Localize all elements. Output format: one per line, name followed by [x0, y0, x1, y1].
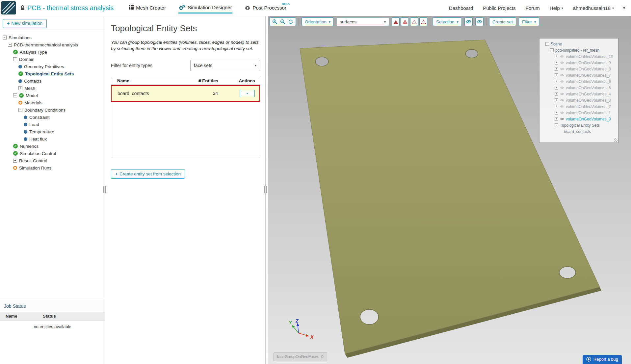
expand-icon[interactable]: +: [555, 80, 558, 83]
visibility-eye-icon[interactable]: [560, 117, 564, 120]
scene-item-volumeongeovolumes-8[interactable]: +volumeOnGeoVolumes_8: [541, 66, 616, 72]
row-actions-dropdown[interactable]: ▾: [240, 90, 255, 97]
collapse-icon[interactable]: −: [3, 36, 7, 39]
scene-item-volumeongeovolumes-1[interactable]: +volumeOnGeoVolumes_1: [541, 110, 616, 116]
visibility-eye-icon[interactable]: [560, 86, 564, 89]
mesh-solid-mode-icon[interactable]: [392, 17, 400, 26]
zoom-in-icon[interactable]: [272, 19, 277, 24]
simscale-logo[interactable]: [1, 1, 16, 14]
nav-help-dropdown[interactable]: Help▾: [550, 5, 563, 11]
scene-node[interactable]: − Scene: [541, 41, 616, 47]
visibility-eye-icon[interactable]: [560, 67, 564, 70]
tab-simulation-designer[interactable]: Simulation Designer: [178, 3, 232, 13]
mesh-surface-mode-icon[interactable]: [401, 17, 409, 26]
show-selection-icon[interactable]: [475, 17, 484, 26]
nav-public-projects[interactable]: Public Projects: [483, 5, 515, 11]
visibility-eye-icon[interactable]: [560, 74, 564, 77]
scene-set-item[interactable]: board_contacts: [541, 128, 616, 135]
expand-icon[interactable]: +: [18, 86, 22, 90]
expand-icon[interactable]: +: [555, 73, 558, 77]
tree-item-analysis-type[interactable]: ✓Analysis Type: [0, 48, 105, 56]
tree-item-domain[interactable]: −Domain: [0, 56, 105, 63]
tab-mesh-creator[interactable]: Mesh Creator: [128, 3, 167, 13]
collapse-icon[interactable]: −: [8, 43, 12, 47]
expand-icon[interactable]: +: [555, 67, 558, 71]
tab-post-processor[interactable]: Post-Processor BETA: [244, 3, 287, 13]
expand-icon[interactable]: +: [13, 159, 17, 163]
expand-icon[interactable]: +: [555, 111, 558, 115]
entity-type-select[interactable]: face sets ▾: [190, 60, 260, 71]
tree-item-load[interactable]: Load: [0, 121, 105, 128]
new-simulation-button[interactable]: + New simulation: [3, 19, 47, 28]
mesh-points-mode-icon[interactable]: [419, 17, 427, 26]
visibility-eye-icon[interactable]: [560, 105, 564, 108]
scene-item-volumeongeovolumes-0[interactable]: +volumeOnGeoVolumes_0: [541, 116, 616, 122]
nav-forum[interactable]: Forum: [525, 5, 539, 11]
visibility-eye-icon[interactable]: [560, 55, 564, 58]
sidebar-resize-handle[interactable]: [103, 186, 106, 193]
expand-icon[interactable]: +: [555, 86, 558, 90]
scene-item-volumeongeovolumes-9[interactable]: +volumeOnGeoVolumes_9: [541, 60, 616, 66]
collapse-icon[interactable]: −: [13, 93, 17, 97]
create-entity-set-button[interactable]: + Create entity set from selection: [111, 169, 185, 179]
expand-icon[interactable]: +: [555, 61, 558, 65]
mesh-node[interactable]: − pcb-simplified - ref_mesh: [541, 47, 616, 53]
tree-item-boundary-conditions[interactable]: −Boundary Conditions: [0, 106, 105, 114]
zoom-out-icon[interactable]: [280, 19, 285, 24]
expand-icon[interactable]: +: [555, 92, 558, 96]
expand-icon[interactable]: +: [555, 117, 558, 121]
scene-item-volumeongeovolumes-2[interactable]: +volumeOnGeoVolumes_2: [541, 103, 616, 110]
tree-item-heat-flux[interactable]: Heat flux: [0, 135, 105, 143]
collapse-icon[interactable]: −: [13, 57, 17, 61]
scene-item-volumeongeovolumes-4[interactable]: +volumeOnGeoVolumes_4: [541, 91, 616, 97]
tree-item-numerics[interactable]: ✓Numerics: [0, 143, 105, 150]
collapse-icon[interactable]: −: [545, 42, 549, 46]
tree-item-simulation-runs[interactable]: Simulation Runs: [0, 164, 105, 171]
tree-item-materials[interactable]: Materials: [0, 99, 105, 106]
scene-item-volumeongeovolumes-3[interactable]: +volumeOnGeoVolumes_3: [541, 97, 616, 103]
visibility-eye-icon[interactable]: [560, 99, 564, 102]
collapse-icon[interactable]: −: [18, 108, 22, 112]
tree-item-model[interactable]: −✓Model: [0, 92, 105, 99]
tree-item-result-control[interactable]: +Result Control: [0, 157, 105, 164]
scene-item-volumeongeovolumes-7[interactable]: +volumeOnGeoVolumes_7: [541, 72, 616, 78]
table-row[interactable]: board_contacts 24 ▾: [111, 85, 260, 102]
nav-dashboard[interactable]: Dashboard: [449, 5, 473, 11]
header-collapse-chevron-icon[interactable]: ▾: [623, 6, 625, 10]
visibility-eye-icon[interactable]: [560, 111, 564, 114]
tree-item-contacts[interactable]: Contacts: [0, 77, 105, 85]
sets-node[interactable]: − Topological Entity Sets: [541, 122, 616, 128]
panel-resize-handle[interactable]: [264, 186, 267, 193]
expand-icon[interactable]: +: [555, 55, 558, 58]
collapse-icon[interactable]: −: [555, 123, 558, 127]
tree-item-topological-entity-sets[interactable]: ✓Topological Entity Sets: [0, 70, 105, 77]
scene-panel-resize-grip[interactable]: [614, 138, 618, 142]
visibility-eye-icon[interactable]: [560, 80, 564, 83]
tree-item-temperature[interactable]: Temperature: [0, 128, 105, 135]
filter-dropdown[interactable]: Filter ▾: [519, 17, 539, 26]
hide-selection-icon[interactable]: [464, 17, 473, 26]
scene-item-volumeongeovolumes-5[interactable]: +volumeOnGeoVolumes_5: [541, 85, 616, 91]
scene-item-volumeongeovolumes-6[interactable]: +volumeOnGeoVolumes_6: [541, 78, 616, 85]
tree-item-mesh[interactable]: +Mesh: [0, 85, 105, 92]
tree-item-simulations[interactable]: −Simulations: [0, 34, 105, 41]
viewer-3d[interactable]: Orientation ▾ surfaces ▾ Selection ▾: [268, 16, 631, 364]
orientation-dropdown[interactable]: Orientation ▾: [302, 17, 334, 26]
report-bug-button[interactable]: Report a bug: [583, 355, 622, 364]
scene-item-volumeongeovolumes-10[interactable]: +volumeOnGeoVolumes_10: [541, 53, 616, 60]
mesh-wireframe-mode-icon[interactable]: [410, 17, 418, 26]
tree-item-pcb-thermomechanical-analysis[interactable]: −PCB-thermomechanical analysis: [0, 41, 105, 48]
user-menu[interactable]: ahmedhussain18▾: [573, 5, 614, 11]
expand-icon[interactable]: +: [555, 105, 558, 108]
refresh-view-icon[interactable]: [288, 19, 293, 24]
create-set-button[interactable]: Create set: [489, 17, 516, 26]
collapse-icon[interactable]: −: [550, 48, 554, 52]
visibility-eye-icon[interactable]: [560, 61, 564, 64]
expand-icon[interactable]: +: [555, 98, 558, 102]
tree-item-constraint[interactable]: Constraint: [0, 114, 105, 121]
tree-item-simulation-control[interactable]: ✓Simulation Control: [0, 150, 105, 157]
visibility-eye-icon[interactable]: [560, 92, 564, 95]
render-mode-select[interactable]: surfaces ▾: [336, 17, 389, 26]
selection-dropdown[interactable]: Selection ▾: [433, 17, 462, 26]
tree-item-geometry-primitives[interactable]: Geometry Primitives: [0, 63, 105, 70]
